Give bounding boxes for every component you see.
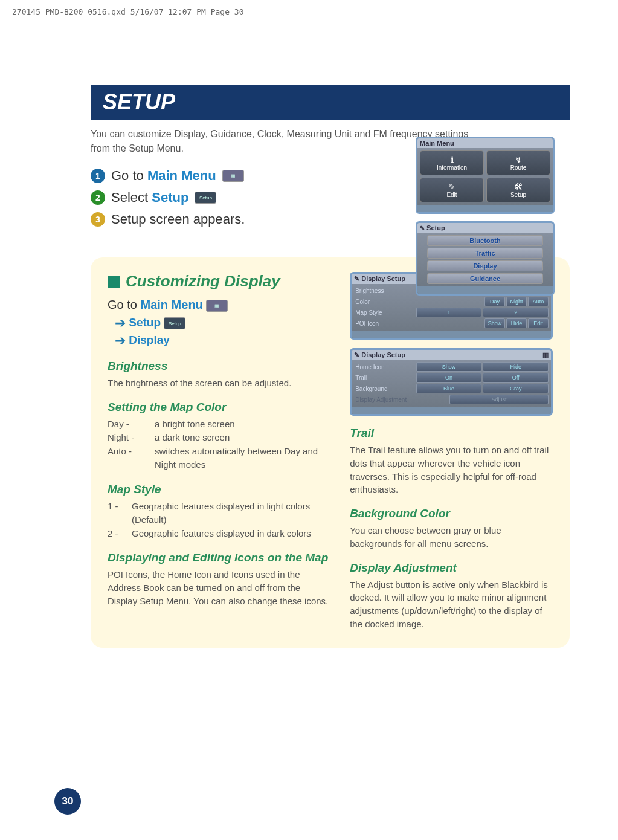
step-3-badge: 3 (91, 212, 105, 227)
page-number: 30 (54, 788, 81, 815)
setup-title: ✎ Setup (417, 223, 553, 233)
setup-icon: Setup (164, 317, 185, 329)
square-marker-icon (108, 276, 120, 288)
map-color-list: Day -a bright tone screen Night -a dark … (108, 418, 332, 472)
mm-label: Route (510, 164, 527, 171)
info-icon: ℹ (422, 155, 482, 164)
trail-on[interactable]: On (416, 373, 482, 383)
bottom-bar (352, 407, 551, 414)
trail-text: The Trail feature allows you to turn on … (350, 444, 553, 496)
home-show[interactable]: Show (416, 362, 482, 372)
setup-traffic[interactable]: Traffic (427, 248, 543, 259)
step-1-badge: 1 (91, 169, 105, 183)
step-text: Select (111, 190, 152, 205)
mm-label: Information (437, 164, 467, 171)
poi-hide[interactable]: Hide (506, 318, 527, 328)
setup-guidance[interactable]: Guidance (427, 273, 543, 284)
icons-heading: Displaying and Editing Icons on the Map (108, 551, 332, 564)
arrow-setup: ➔ Setup Setup (115, 315, 332, 331)
goto-line: Go to Main Menu ▦ (108, 298, 332, 312)
page-title: SETUP (91, 85, 570, 120)
display-adjust[interactable]: Adjust (449, 395, 549, 404)
background-color-text: You can choose between gray or blue back… (350, 524, 553, 551)
home-hide[interactable]: Hide (483, 362, 549, 372)
edit-icon: ✎ (422, 182, 482, 192)
setup-bluetooth[interactable]: Bluetooth (427, 235, 543, 246)
map-color-heading: Setting the Map Color (108, 401, 332, 414)
grid-icon: ▦ (542, 351, 549, 359)
setup-display[interactable]: Display (427, 260, 543, 271)
main-menu-link: Main Menu (147, 168, 216, 183)
main-menu-icon: ▦ (222, 170, 244, 182)
trail-off[interactable]: Off (483, 373, 549, 383)
display-adjustment-heading: Display Adjustment (350, 561, 553, 575)
mapstyle-2[interactable]: 2 (483, 308, 549, 317)
step-text: Setup screen appears. (111, 212, 245, 227)
bg-blue[interactable]: Blue (416, 384, 482, 393)
poi-edit[interactable]: Edit (528, 318, 549, 328)
bottom-bar (352, 331, 551, 338)
mm-route[interactable]: ↯Route (486, 150, 550, 175)
mapstyle-1[interactable]: 1 (416, 308, 482, 317)
bottom-bar (417, 205, 553, 212)
setup-icon: 🛠 (488, 182, 549, 192)
step-text: Go to (111, 168, 147, 183)
map-style-heading: Map Style (108, 483, 332, 496)
bg-gray[interactable]: Gray (483, 384, 549, 393)
step-2-badge: 2 (91, 190, 105, 205)
main-menu-icon: ▦ (206, 300, 228, 312)
bottom-bar (417, 286, 553, 294)
mm-label: Setup (510, 192, 526, 198)
display-setup-screenshot-2: ✎ Display Setup▦ Home IconShowHide Trail… (350, 348, 553, 416)
brightness-heading: Brightness (108, 360, 332, 373)
mm-label: Edit (446, 192, 457, 198)
display-adjustment-text: The Adjust button is active only when Bl… (350, 578, 553, 631)
route-icon: ↯ (488, 155, 549, 164)
arrow-display: ➔ Display (115, 333, 332, 349)
mm-setup[interactable]: 🛠Setup (486, 178, 550, 202)
brightness-text: The brightness of the screen can be adju… (108, 376, 332, 390)
mm-edit[interactable]: ✎Edit (420, 178, 484, 202)
poi-show[interactable]: Show (484, 318, 505, 328)
customizing-heading: Customizing Display (108, 272, 332, 291)
main-menu-link: Main Menu (140, 298, 202, 311)
trail-heading: Trail (350, 427, 553, 440)
main-menu-screenshot: Main Menu ℹInformation ↯Route ✎Edit 🛠Set… (416, 137, 555, 214)
icons-text: POI Icons, the Home Icon and Icons used … (108, 568, 332, 607)
print-header: 270145 PMD-B200_0516.qxd 5/16/07 12:07 P… (12, 7, 244, 16)
setup-screenshot: ✎ Setup Bluetooth Traffic Display Guidan… (416, 221, 555, 296)
main-menu-title: Main Menu (417, 138, 553, 148)
mm-information[interactable]: ℹInformation (420, 150, 484, 175)
setup-icon: Setup (195, 192, 216, 204)
customizing-display-panel: Customizing Display Go to Main Menu ▦ ➔ … (91, 257, 570, 648)
background-color-heading: Background Color (350, 507, 553, 520)
setup-link: Setup (152, 190, 188, 205)
map-style-list: 1 -Geographic features displayed in ligh… (108, 500, 332, 541)
top-right-screenshots: Main Menu ℹInformation ↯Route ✎Edit 🛠Set… (416, 137, 555, 303)
